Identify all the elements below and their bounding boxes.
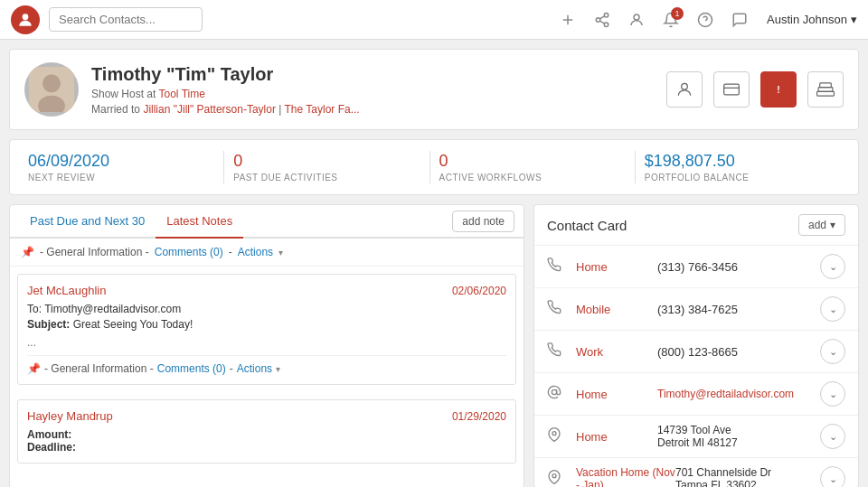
chevron-down-icon: ▾	[851, 13, 857, 26]
user-name: Austin Johnson	[767, 13, 847, 26]
location-icon-1	[547, 427, 567, 445]
contact-row-email: Home Timothy@redtailadvisor.com ⌄	[534, 373, 858, 416]
add-note-button[interactable]: add note	[452, 211, 514, 232]
value-vacation-address: 701 Channelside DrTampa FL 33602	[675, 466, 820, 487]
svg-point-23	[552, 432, 556, 435]
alert-btn[interactable]: !	[760, 71, 797, 108]
contact-card-btn[interactable]	[713, 71, 750, 108]
label-work-phone: Work	[576, 345, 657, 359]
stat-next-review: 06/09/2020 NEXT REVIEW	[28, 152, 223, 183]
svg-point-4	[596, 17, 600, 22]
note-item-1: Jet McLaughlin 02/06/2020 To: Timothy@re…	[17, 274, 516, 385]
note-subject-1: Subject: Great Seeing You Today!	[27, 318, 506, 331]
svg-rect-20	[818, 88, 833, 92]
note-header-1: Jet McLaughlin 02/06/2020	[27, 284, 506, 297]
spouse-name-link[interactable]: Jillian "Jill" Patterson-Taylor	[143, 103, 276, 116]
phone-icon-2	[547, 300, 567, 318]
stat-active-workflows: 0 ACTIVE WORKFLOWS	[430, 152, 635, 183]
right-panel: Contact Card add ▾ Home (313) 766-3456 ⌄…	[533, 204, 859, 487]
portfolio-balance-label: PORTFOLIO BALANCE	[645, 173, 831, 183]
note-footer-1: 📌 - General Information - Comments (0) -…	[27, 355, 506, 375]
contact-avatar	[24, 62, 79, 117]
phone-icon-1	[547, 258, 567, 276]
add-icon[interactable]	[555, 7, 580, 33]
svg-line-7	[600, 15, 605, 18]
actions-link-1[interactable]: Actions	[238, 246, 273, 258]
stats-bar: 06/09/2020 NEXT REVIEW 0 PAST DUE ACTIVI…	[9, 139, 859, 195]
pin-icon-2: 📌	[27, 362, 41, 375]
app-logo[interactable]	[11, 5, 40, 34]
chevron-mobile-phone[interactable]: ⌄	[820, 296, 845, 322]
svg-rect-15	[724, 84, 740, 95]
next-review-value: 06/09/2020	[28, 152, 214, 171]
note-date-2: 01/29/2020	[452, 410, 506, 423]
comments-link-2[interactable]: Comments (0)	[157, 362, 226, 375]
label-home-phone: Home	[576, 260, 657, 274]
chevron-home-address[interactable]: ⌄	[820, 424, 845, 449]
add-chevron-icon: ▾	[830, 219, 835, 231]
chevron-work-phone[interactable]: ⌄	[820, 339, 845, 364]
value-work-phone: (800) 123-8665	[657, 345, 820, 359]
note-header-2: Hayley Mandrup 01/29/2020	[27, 409, 506, 423]
activity-dash-1: -	[229, 246, 232, 258]
actions-chevron-2: ▾	[276, 364, 280, 374]
chevron-email[interactable]: ⌄	[820, 381, 845, 407]
notifications-icon[interactable]: 1	[658, 7, 684, 33]
help-icon[interactable]	[693, 7, 718, 33]
value-home-address: 14739 Tool AveDetroit MI 48127	[657, 424, 820, 449]
stat-past-due: 0 PAST DUE ACTIVITIES	[224, 152, 429, 183]
contact-actions: !	[666, 71, 844, 108]
note-amount: Amount:	[27, 428, 506, 441]
card-title: Contact Card	[547, 218, 627, 233]
contact-info: Timothy "Tim" Taylor Show Host at Tool T…	[91, 64, 666, 116]
svg-rect-19	[817, 91, 835, 96]
svg-point-5	[604, 23, 609, 27]
note-date-1: 02/06/2020	[452, 285, 506, 297]
tab-latest-notes[interactable]: Latest Notes	[156, 205, 243, 239]
chevron-home-phone[interactable]: ⌄	[820, 254, 845, 279]
stack-btn[interactable]	[807, 71, 844, 108]
past-due-label: PAST DUE ACTIVITIES	[233, 173, 420, 183]
note-to-1: To: Timothy@redtailadvisor.com	[27, 303, 506, 315]
search-input[interactable]	[49, 7, 203, 32]
value-email[interactable]: Timothy@redtailadvisor.com	[657, 388, 820, 400]
label-mobile-phone: Mobile	[576, 303, 657, 316]
next-review-label: NEXT REVIEW	[28, 173, 214, 183]
chat-icon[interactable]	[727, 7, 752, 33]
note-ellipsis-1: ...	[27, 336, 506, 349]
contact-profile-btn[interactable]	[666, 71, 703, 108]
actions-link-2[interactable]: Actions	[237, 362, 272, 375]
notification-badge: 1	[671, 7, 684, 20]
contact-row-vacation-address: Vacation Home (Nov - Jan) 701 Channelsid…	[534, 458, 858, 487]
company-link[interactable]: Tool Time	[159, 88, 205, 100]
note-from-1: Jet McLaughlin	[27, 284, 106, 297]
location-icon-2	[547, 470, 567, 487]
at-icon	[547, 385, 567, 403]
person-icon[interactable]	[624, 7, 649, 33]
share-icon[interactable]	[590, 7, 615, 33]
past-due-value: 0	[233, 152, 420, 171]
pin-icon-1: 📌	[21, 246, 34, 258]
note-item-2: Hayley Mandrup 01/29/2020 Amount: Deadli…	[17, 399, 516, 464]
user-menu[interactable]: Austin Johnson ▾	[767, 13, 857, 26]
active-workflows-label: ACTIVE WORKFLOWS	[439, 173, 626, 183]
contact-row-home-phone: Home (313) 766-3456 ⌄	[534, 246, 858, 288]
contact-name: Timothy "Tim" Taylor	[91, 64, 666, 85]
phone-icon-3	[547, 342, 567, 361]
add-contact-btn[interactable]: add ▾	[798, 214, 845, 236]
contact-role: Show Host at Tool Time	[91, 88, 666, 100]
tab-past-due[interactable]: Past Due and Next 30	[19, 205, 156, 239]
chevron-vacation-address[interactable]: ⌄	[820, 466, 845, 487]
comments-link-1[interactable]: Comments (0)	[155, 246, 223, 258]
top-nav: 1 Austin Johnson ▾	[0, 0, 868, 40]
activity-text-1: - General Information -	[40, 246, 149, 258]
card-header: Contact Card add ▾	[534, 205, 858, 246]
family-link[interactable]: The Taylor Fa...	[285, 103, 360, 116]
stat-portfolio-balance: $198,807.50 PORTFOLIO BALANCE	[636, 152, 840, 183]
activity-row-1: 📌 - General Information - Comments (0) -…	[10, 239, 524, 267]
contact-header: Timothy "Tim" Taylor Show Host at Tool T…	[9, 49, 859, 130]
contact-row-mobile-phone: Mobile (313) 384-7625 ⌄	[534, 288, 858, 331]
note-from-2: Hayley Mandrup	[27, 409, 113, 423]
svg-point-12	[42, 74, 61, 92]
label-vacation-address: Vacation Home (Nov - Jan)	[576, 466, 675, 487]
